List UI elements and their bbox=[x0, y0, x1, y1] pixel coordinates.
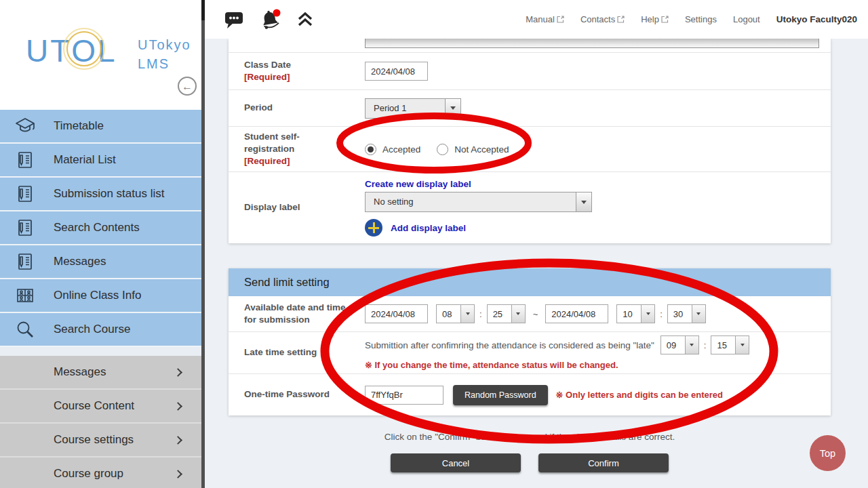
required-tag: [Required] bbox=[244, 155, 365, 167]
late-minute-combo[interactable] bbox=[711, 336, 749, 354]
topbar-links: Manual Contacts Help Settings Logout Uto… bbox=[509, 0, 857, 39]
late-hour-input[interactable] bbox=[660, 336, 686, 354]
class-date-label-cell: Class Date [Required] bbox=[229, 53, 365, 89]
topbar: Manual Contacts Help Settings Logout Uto… bbox=[205, 0, 868, 39]
display-label-select-value[interactable]: No setting bbox=[365, 192, 576, 212]
sidebar-collapse-button[interactable]: ← bbox=[178, 77, 197, 96]
class-date-input[interactable] bbox=[365, 62, 428, 81]
sidebar-item-label: Timetable bbox=[54, 119, 104, 133]
video-grid-icon bbox=[14, 285, 36, 306]
sidebar-primary-menu: Timetable Material List Submission statu… bbox=[0, 110, 201, 347]
end-hour-combo[interactable] bbox=[616, 304, 655, 323]
self-registration-label-cell: Student self-registration [Required] bbox=[229, 127, 365, 171]
period-select-value[interactable]: Period 1 bbox=[365, 98, 446, 119]
sidebar: UTOL UTokyo LMS ← Timetable Material Lis… bbox=[0, 0, 201, 488]
sidebar-item-messages[interactable]: Messages bbox=[0, 245, 201, 279]
clipboard-icon bbox=[14, 251, 36, 272]
sidebar-item-label: Material List bbox=[54, 153, 116, 167]
class-date-label: Class Date bbox=[244, 59, 365, 71]
spinner-arrow-icon[interactable] bbox=[461, 304, 475, 323]
spinner-arrow-icon[interactable] bbox=[686, 336, 699, 354]
clipboard-icon bbox=[14, 149, 36, 171]
contacts-link[interactable]: Contacts bbox=[580, 14, 625, 24]
scrollbar-thumb[interactable] bbox=[201, 0, 205, 20]
start-hour-combo[interactable] bbox=[436, 304, 475, 323]
end-minute-combo[interactable] bbox=[667, 304, 706, 323]
scroll-to-top-button[interactable]: Top bbox=[810, 435, 846, 471]
cancel-button[interactable]: Cancel bbox=[391, 453, 521, 472]
spinner-arrow-icon[interactable] bbox=[642, 304, 655, 323]
start-date-input[interactable] bbox=[365, 304, 428, 323]
magnifier-icon bbox=[14, 319, 36, 340]
send-limit-header: Send limit setting bbox=[229, 268, 831, 296]
collapse-up-icon[interactable] bbox=[297, 12, 313, 28]
manual-link[interactable]: Manual bbox=[526, 14, 564, 24]
start-minute-combo[interactable] bbox=[487, 304, 526, 323]
sidebar-menu-gap bbox=[0, 347, 201, 356]
sidebar-item-search-contents[interactable]: Search Contents bbox=[0, 211, 201, 245]
confirm-button[interactable]: Confirm bbox=[538, 453, 669, 472]
sidebar-item-label: Course group bbox=[54, 467, 123, 481]
clipboard-icon bbox=[14, 217, 36, 239]
display-label-cell: Display label bbox=[229, 172, 365, 243]
one-time-password-input[interactable] bbox=[365, 386, 443, 405]
sidebar-item-search-course[interactable]: Search Course bbox=[0, 313, 201, 347]
period-select[interactable]: Period 1 bbox=[365, 98, 461, 119]
send-limit-panel: Send limit setting Available date and ti… bbox=[229, 268, 831, 415]
colon-separator: : bbox=[660, 309, 663, 319]
radio-accepted[interactable] bbox=[365, 144, 376, 155]
arrow-left-icon: ← bbox=[182, 81, 193, 92]
start-hour-input[interactable] bbox=[436, 304, 461, 323]
late-warning-text: ※ If you change the time, attendance sta… bbox=[365, 360, 749, 370]
spinner-arrow-icon[interactable] bbox=[512, 304, 526, 323]
sidebar-item-course-settings[interactable]: Course settings bbox=[0, 424, 201, 458]
sidebar-item-course-group[interactable]: Course group bbox=[0, 458, 201, 488]
sidebar-item-timetable[interactable]: Timetable bbox=[0, 110, 201, 144]
colon-separator: : bbox=[704, 340, 707, 350]
chevron-right-icon bbox=[174, 436, 182, 445]
chat-bubble-icon[interactable] bbox=[224, 10, 244, 29]
end-hour-input[interactable] bbox=[616, 304, 642, 323]
truncated-input[interactable] bbox=[365, 39, 819, 48]
late-label: Late time setting bbox=[244, 346, 365, 359]
display-label-row: Display label Create new display label N… bbox=[229, 172, 831, 243]
create-display-label-link[interactable]: Create new display label bbox=[365, 179, 592, 189]
dropdown-arrow-icon[interactable] bbox=[445, 98, 461, 119]
start-minute-input[interactable] bbox=[487, 304, 512, 323]
truncated-row bbox=[229, 39, 831, 53]
sidebar-item-label: Course Content bbox=[54, 399, 134, 413]
chevron-right-icon bbox=[174, 402, 182, 411]
class-settings-panel: Class Date [Required] Period Period 1 St… bbox=[229, 39, 831, 243]
sidebar-item-course-content[interactable]: Course Content bbox=[0, 390, 201, 424]
chevron-right-icon bbox=[174, 368, 182, 377]
settings-link[interactable]: Settings bbox=[685, 14, 717, 24]
radio-not-accepted[interactable] bbox=[437, 144, 448, 155]
external-link-icon bbox=[557, 16, 564, 23]
spinner-arrow-icon[interactable] bbox=[692, 304, 706, 323]
sidebar-item-submission-status[interactable]: Submission status list bbox=[0, 178, 201, 211]
main-content: Class Date [Required] Period Period 1 St… bbox=[205, 39, 868, 488]
notification-bell-icon[interactable] bbox=[259, 9, 282, 30]
late-label-cell: Late time setting bbox=[229, 332, 365, 373]
required-tag: [Required] bbox=[244, 71, 365, 83]
help-link[interactable]: Help bbox=[641, 14, 669, 24]
spinner-arrow-icon[interactable] bbox=[736, 336, 749, 354]
end-minute-input[interactable] bbox=[667, 304, 692, 323]
display-label-select[interactable]: No setting bbox=[365, 192, 592, 212]
logout-link[interactable]: Logout bbox=[733, 14, 760, 24]
end-date-input[interactable] bbox=[545, 304, 608, 323]
add-plus-icon[interactable] bbox=[365, 219, 382, 237]
dropdown-arrow-icon[interactable] bbox=[576, 192, 592, 212]
period-label: Period bbox=[244, 102, 365, 114]
random-password-button[interactable]: Random Password bbox=[453, 385, 548, 405]
sidebar-item-online-class-info[interactable]: Online Class Info bbox=[0, 279, 201, 313]
sidebar-scrollbar[interactable] bbox=[201, 0, 205, 488]
period-row: Period Period 1 bbox=[229, 90, 831, 127]
range-separator: ~ bbox=[533, 309, 538, 319]
sidebar-item-material-list[interactable]: Material List bbox=[0, 144, 201, 178]
add-display-label-link[interactable]: Add display label bbox=[391, 223, 466, 233]
sidebar-item-label: Course settings bbox=[54, 433, 134, 447]
sidebar-item-messages-group[interactable]: Messages bbox=[0, 356, 201, 390]
late-minute-input[interactable] bbox=[711, 336, 736, 354]
late-hour-combo[interactable] bbox=[660, 336, 699, 354]
